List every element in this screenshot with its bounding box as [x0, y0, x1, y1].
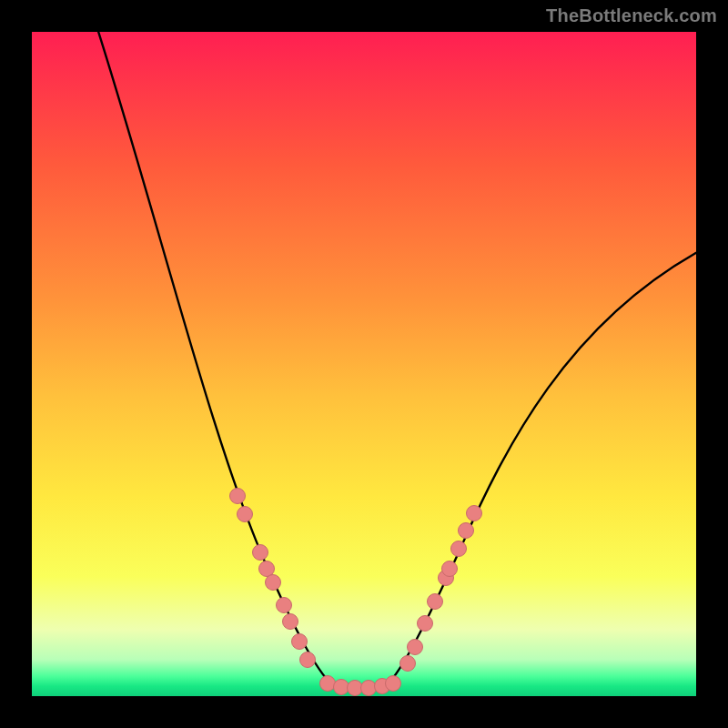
data-marker	[386, 676, 401, 692]
data-marker	[418, 616, 433, 632]
data-marker	[300, 652, 316, 668]
data-marker	[400, 656, 416, 672]
plot-area	[32, 32, 696, 696]
data-marker	[320, 676, 336, 692]
data-marker	[259, 561, 275, 577]
data-marker	[408, 640, 423, 655]
chart-frame: TheBottleneck.com	[0, 0, 728, 728]
data-marker	[238, 507, 253, 522]
data-marker	[283, 614, 298, 630]
data-marker	[428, 594, 443, 610]
chart-svg	[32, 32, 696, 696]
data-marker	[348, 681, 363, 696]
data-marker	[467, 506, 482, 521]
watermark-text: TheBottleneck.com	[546, 5, 717, 26]
data-marker	[292, 634, 308, 650]
gradient-background	[32, 32, 696, 696]
data-marker	[277, 598, 292, 613]
data-marker	[334, 680, 349, 695]
data-marker	[253, 545, 268, 561]
data-marker	[266, 575, 281, 591]
data-marker	[442, 561, 458, 577]
data-marker	[451, 541, 467, 557]
data-marker	[361, 681, 377, 696]
data-marker	[459, 523, 474, 539]
data-marker	[230, 489, 246, 504]
